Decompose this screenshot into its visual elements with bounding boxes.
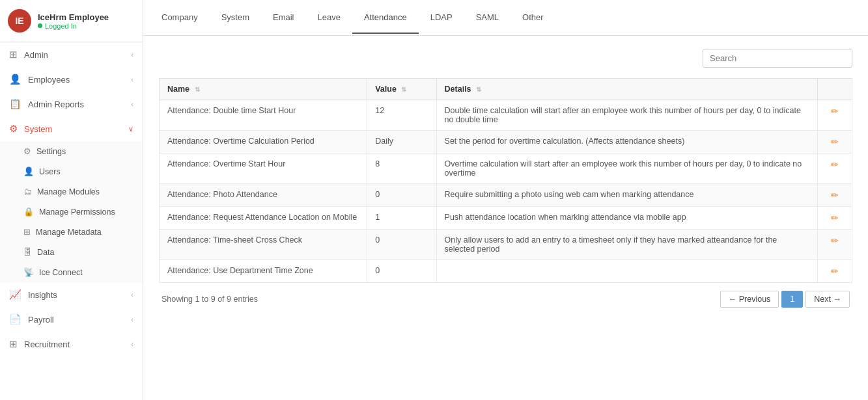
chevron-icon: ‹ — [131, 340, 133, 348]
name-cell: Attendance: Double time Start Hour — [160, 100, 367, 131]
search-input[interactable] — [703, 49, 852, 68]
name-cell: Attendance: Overtime Start Hour — [160, 153, 367, 184]
sidebar-item-admin-reports[interactable]: 📋 Admin Reports ‹ — [0, 92, 143, 116]
edit-action-cell[interactable]: ✏ — [817, 131, 852, 153]
table-row: Attendance: Use Department Time Zone 0 ✏ — [160, 260, 852, 283]
col-header-name: Name ⇅ — [160, 79, 367, 100]
tab-system[interactable]: System — [210, 2, 261, 34]
status-dot-icon — [38, 23, 42, 28]
sidebar-header: IE IceHrm Employee Logged In — [0, 0, 143, 42]
details-cell — [436, 260, 817, 283]
edit-action-cell[interactable]: ✏ — [817, 184, 852, 207]
previous-button[interactable]: ← Previous — [720, 291, 779, 308]
modules-icon: 🗂 — [23, 187, 32, 196]
edit-action-cell[interactable]: ✏ — [817, 260, 852, 283]
tab-leave[interactable]: Leave — [306, 2, 352, 34]
chevron-icon: ‹ — [131, 291, 133, 299]
name-cell: Attendance: Overtime Calculation Period — [160, 131, 367, 153]
sidebar-item-employees[interactable]: 👤 Employees ‹ — [0, 67, 143, 92]
tab-company[interactable]: Company — [150, 2, 210, 34]
sidebar-item-settings[interactable]: ⚙ Settings — [0, 141, 143, 161]
edit-action-cell[interactable]: ✏ — [817, 100, 852, 131]
sidebar-item-insights[interactable]: 📈 Insights ‹ — [0, 282, 143, 307]
table-row: Attendance: Double time Start Hour 12 Do… — [160, 100, 852, 131]
sidebar-item-ice-connect[interactable]: 📡 Ice Connect — [0, 262, 143, 282]
admin-icon: ⊞ — [9, 49, 18, 60]
table-row: Attendance: Overtime Start Hour 8 Overti… — [160, 153, 852, 184]
employees-icon: 👤 — [9, 73, 21, 85]
sidebar-logo-icon: IE — [8, 9, 31, 33]
sidebar-item-users[interactable]: 👤 Users — [0, 161, 143, 181]
sidebar-item-manage-permissions[interactable]: 🔒 Manage Permissions — [0, 202, 143, 222]
name-cell: Attendance: Time-sheet Cross Check — [160, 230, 367, 260]
tab-attendance[interactable]: Attendance — [352, 2, 419, 34]
table-footer: Showing 1 to 9 of 9 entries ← Previous 1… — [159, 283, 852, 315]
chevron-down-icon: ∨ — [128, 125, 133, 133]
value-cell: 1 — [367, 207, 436, 230]
col-header-value: Value ⇅ — [367, 79, 436, 100]
edit-icon[interactable]: ✏ — [831, 190, 839, 200]
name-cell: Attendance: Use Department Time Zone — [160, 260, 367, 283]
sidebar-item-data[interactable]: 🗄 Data — [0, 242, 143, 262]
sidebar-nav: ⊞ Admin ‹ 👤 Employees ‹ 📋 Admin Reports … — [0, 42, 143, 400]
showing-entries-text: Showing 1 to 9 of 9 entries — [161, 295, 258, 304]
sidebar-item-admin[interactable]: ⊞ Admin ‹ — [0, 42, 143, 67]
tab-ldap[interactable]: LDAP — [419, 2, 464, 34]
value-cell: 12 — [367, 100, 436, 131]
sidebar-item-recruitment[interactable]: ⊞ Recruitment ‹ — [0, 332, 143, 356]
value-cell: 0 — [367, 260, 436, 283]
table-row: Attendance: Photo Attendance 0 Require s… — [160, 184, 852, 207]
insights-icon: 📈 — [9, 289, 21, 300]
main-content: Company System Email Leave Attendance LD… — [143, 0, 868, 400]
edit-icon[interactable]: ✏ — [831, 213, 839, 223]
metadata-icon: ⊞ — [23, 227, 31, 237]
ice-connect-icon: 📡 — [23, 267, 34, 277]
system-icon: ⚙ — [9, 123, 18, 135]
details-cell: Set the period for overtime calculation.… — [436, 131, 817, 153]
tab-saml[interactable]: SAML — [464, 2, 511, 34]
sidebar-item-system[interactable]: ⚙ System ∨ — [0, 116, 143, 141]
edit-icon[interactable]: ✏ — [831, 106, 839, 116]
value-cell: 0 — [367, 230, 436, 260]
details-cell: Double time calculation will start after… — [436, 100, 817, 131]
sidebar-item-payroll[interactable]: 📄 Payroll ‹ — [0, 307, 143, 332]
tabs-bar: Company System Email Leave Attendance LD… — [143, 0, 868, 36]
sidebar-item-label: Insights — [28, 290, 57, 300]
next-button[interactable]: Next → — [805, 291, 850, 308]
sidebar-item-label: Payroll — [28, 315, 54, 325]
edit-icon[interactable]: ✏ — [831, 159, 839, 170]
value-cell: Daily — [367, 131, 436, 153]
details-cell: Require submitting a photo using web cam… — [436, 184, 817, 207]
name-cell: Attendance: Photo Attendance — [160, 184, 367, 207]
sort-icon: ⇅ — [476, 86, 481, 93]
chevron-icon: ‹ — [131, 100, 133, 108]
edit-icon[interactable]: ✏ — [831, 266, 839, 276]
tab-email[interactable]: Email — [261, 2, 306, 34]
sidebar-item-label: Employees — [28, 75, 70, 85]
value-cell: 0 — [367, 184, 436, 207]
edit-action-cell[interactable]: ✏ — [817, 153, 852, 184]
recruitment-icon: ⊞ — [9, 338, 18, 350]
details-cell: Only allow users to add an entry to a ti… — [436, 230, 817, 260]
admin-reports-icon: 📋 — [9, 98, 21, 110]
permissions-icon: 🔒 — [23, 207, 34, 217]
edit-icon[interactable]: ✏ — [831, 235, 839, 246]
page-1-button[interactable]: 1 — [781, 291, 803, 308]
sidebar-brand-name: IceHrm Employee — [38, 12, 109, 22]
search-row — [159, 49, 852, 68]
sidebar-item-manage-modules[interactable]: 🗂 Manage Modules — [0, 181, 143, 202]
edit-icon[interactable]: ✏ — [831, 137, 839, 147]
tab-other[interactable]: Other — [511, 2, 555, 34]
sort-icon: ⇅ — [401, 86, 406, 93]
sort-icon: ⇅ — [195, 86, 200, 93]
edit-action-cell[interactable]: ✏ — [817, 230, 852, 260]
table-row: Attendance: Time-sheet Cross Check 0 Onl… — [160, 230, 852, 260]
col-header-actions — [817, 79, 852, 100]
chevron-icon: ‹ — [131, 51, 133, 59]
sidebar-item-manage-metadata[interactable]: ⊞ Manage Metadata — [0, 222, 143, 242]
edit-action-cell[interactable]: ✏ — [817, 207, 852, 230]
chevron-icon: ‹ — [131, 75, 133, 83]
sidebar: IE IceHrm Employee Logged In ⊞ Admin ‹ 👤… — [0, 0, 143, 400]
details-cell: Push attendance location when marking at… — [436, 207, 817, 230]
sidebar-item-label: Recruitment — [24, 340, 70, 349]
